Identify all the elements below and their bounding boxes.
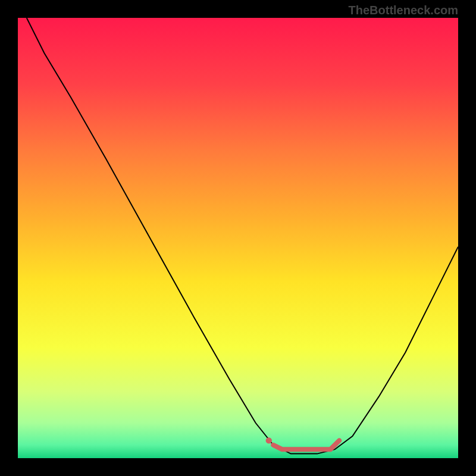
plot-area (18, 18, 458, 458)
chart-background (18, 18, 458, 458)
optimal-range-dot (266, 437, 272, 443)
watermark: TheBottleneck.com (349, 4, 458, 17)
chart-frame: TheBottleneck.com (0, 0, 476, 476)
chart-svg (18, 18, 458, 458)
